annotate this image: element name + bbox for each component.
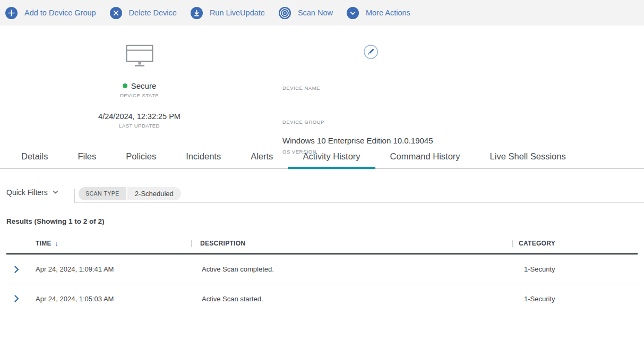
action-toolbar: Add to Device Group Delete Device Run Li… (0, 0, 644, 26)
more-actions-label: More Actions (366, 9, 410, 17)
tab-files[interactable]: Files (63, 145, 111, 168)
cell-description: Active Scan completed. (191, 265, 512, 273)
device-state-text: Secure (131, 81, 157, 90)
device-details-page: Add to Device Group Delete Device Run Li… (0, 0, 644, 347)
tab-details[interactable]: Details (6, 145, 63, 168)
edit-device-name-button[interactable] (364, 45, 378, 59)
row-expander-button[interactable] (6, 284, 36, 313)
tab-incidents[interactable]: Incidents (171, 145, 236, 168)
filter-area: Quick Filters SCAN TYPE 2-Scheduled (0, 169, 644, 215)
scan-now-button[interactable]: Scan Now (279, 7, 333, 19)
device-state-column: Secure DEVICE STATE 4/24/2024, 12:32:25 … (80, 45, 199, 129)
device-group-label: DEVICE GROUP (282, 119, 324, 125)
run-liveupdate-label: Run LiveUpdate (210, 9, 265, 17)
quick-filters-toggle[interactable]: Quick Filters (6, 188, 58, 197)
tab-policies[interactable]: Policies (111, 145, 171, 168)
run-liveupdate-button[interactable]: Run LiveUpdate (191, 7, 265, 19)
device-info-column: DEVICE NAME DEVICE GROUP Windows 10 Ente… (282, 26, 505, 145)
last-updated-label: LAST UPDATED (119, 123, 160, 129)
chevron-down-icon (347, 7, 359, 19)
filter-chip-key: SCAN TYPE (79, 187, 126, 200)
cell-description: Active Scan started. (191, 295, 512, 303)
chevron-right-icon (14, 266, 19, 273)
monitor-icon (126, 45, 153, 67)
tab-activity-history[interactable]: Activity History (288, 145, 375, 168)
delete-device-button[interactable]: Delete Device (110, 7, 177, 19)
device-summary: Secure DEVICE STATE 4/24/2024, 12:32:25 … (0, 26, 644, 145)
tab-live-shell-sessions[interactable]: Live Shell Sessions (475, 145, 581, 168)
device-state-value: Secure (123, 81, 157, 90)
add-to-device-group-label: Add to Device Group (24, 9, 96, 17)
cell-category: 1-Security (512, 265, 638, 273)
os-version-value: Windows 10 Enterprise Edition 10.0.19045 (282, 136, 433, 145)
row-expander-button[interactable] (6, 255, 36, 284)
column-header-description: DESCRIPTION (191, 234, 512, 253)
add-to-device-group-button[interactable]: Add to Device Group (5, 7, 96, 19)
tab-alerts[interactable]: Alerts (236, 145, 288, 168)
device-state-label: DEVICE STATE (120, 92, 159, 98)
scan-now-label: Scan Now (298, 9, 333, 17)
tab-command-history[interactable]: Command History (375, 145, 475, 168)
secure-status-dot (123, 83, 127, 88)
x-icon (110, 7, 122, 19)
cell-time: Apr 24, 2024, 1:05:03 AM (36, 295, 191, 303)
more-actions-button[interactable]: More Actions (347, 7, 410, 19)
results-heading: Results (Showing 1 to 2 of 2) (6, 217, 105, 225)
chevron-right-icon (14, 295, 19, 302)
table-header-row: TIME ↓ DESCRIPTION CATEGORY (6, 234, 638, 253)
column-header-category: CATEGORY (512, 234, 638, 253)
radar-icon (279, 7, 291, 19)
quick-filters-label: Quick Filters (6, 188, 48, 197)
plus-icon (5, 7, 18, 19)
cell-category: 1-Security (512, 295, 638, 303)
cell-time: Apr 24, 2024, 1:09:41 AM (36, 265, 191, 273)
download-icon (191, 7, 203, 19)
pencil-icon (364, 45, 378, 59)
last-updated-value: 4/24/2024, 12:32:25 PM (98, 112, 181, 121)
tab-bar: Details Files Policies Incidents Alerts … (0, 145, 644, 169)
chevron-down-icon (53, 190, 58, 194)
scan-type-filter-chip[interactable]: SCAN TYPE 2-Scheduled (79, 187, 181, 200)
sort-descending-icon: ↓ (55, 234, 58, 253)
delete-device-label: Delete Device (129, 9, 177, 17)
column-header-time[interactable]: TIME ↓ (36, 234, 191, 253)
filter-chip-value: 2-Scheduled (127, 187, 181, 200)
device-name-label: DEVICE NAME (282, 85, 320, 91)
table-row[interactable]: Apr 24, 2024, 1:05:03 AM Active Scan sta… (6, 284, 638, 313)
table-row[interactable]: Apr 24, 2024, 1:09:41 AM Active Scan com… (6, 255, 638, 284)
activity-history-table: TIME ↓ DESCRIPTION CATEGORY Apr 24, 2024… (6, 234, 638, 313)
time-header-label: TIME (36, 234, 51, 253)
